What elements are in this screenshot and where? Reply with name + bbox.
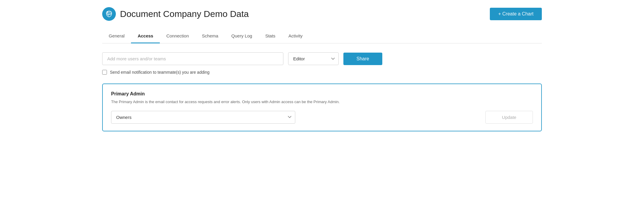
create-chart-button[interactable]: + Create a Chart [490,8,542,20]
tab-access[interactable]: Access [131,29,160,43]
role-select[interactable]: Viewer Editor Admin [288,52,339,65]
primary-admin-title: Primary Admin [111,91,533,97]
tab-connection[interactable]: Connection [160,29,195,43]
page-title: Document Company Demo Data [120,9,249,19]
update-button[interactable]: Update [485,111,533,124]
tab-general[interactable]: General [102,29,131,43]
email-notification-row[interactable]: Send email notification to teammate(s) y… [102,70,542,75]
svg-point-1 [107,12,108,13]
primary-admin-description: The Primary Admin is the email contact f… [111,99,533,105]
tab-navigation: General Access Connection Schema Query L… [102,29,542,43]
primary-admin-controls-row: Owners Update [111,111,533,124]
tab-query-log[interactable]: Query Log [225,29,259,43]
tab-schema[interactable]: Schema [195,29,225,43]
svg-point-0 [106,11,112,15]
tab-activity[interactable]: Activity [282,29,309,43]
share-form-row: Viewer Editor Admin Share [102,52,542,65]
app-logo-icon [102,7,116,21]
primary-admin-box: Primary Admin The Primary Admin is the e… [102,84,542,131]
access-tab-content: Viewer Editor Admin Share Send email not… [102,52,542,131]
tab-stats[interactable]: Stats [259,29,282,43]
page-header: Document Company Demo Data + Create a Ch… [102,7,542,21]
email-notification-label: Send email notification to teammate(s) y… [110,70,209,75]
email-notification-checkbox[interactable] [102,70,107,75]
owners-select[interactable]: Owners [111,111,295,124]
user-team-input[interactable] [102,52,283,65]
share-button[interactable]: Share [343,53,382,65]
header-left: Document Company Demo Data [102,7,249,21]
